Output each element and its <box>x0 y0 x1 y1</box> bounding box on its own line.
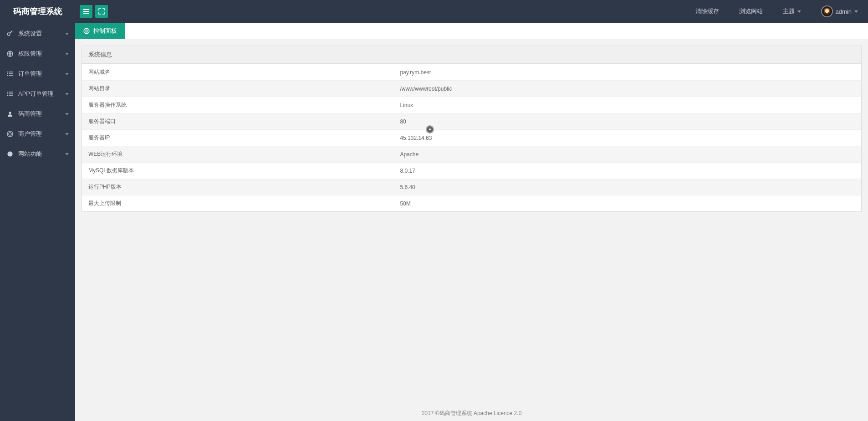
sidebar-item-1[interactable]: 权限管理 <box>0 44 75 64</box>
list-icon <box>6 71 14 77</box>
fullscreen-button[interactable] <box>95 5 108 18</box>
sidebar-item-label: APP订单管理 <box>18 90 54 98</box>
avatar <box>821 5 833 17</box>
app-logo: 码商管理系统 <box>0 0 75 23</box>
table-row: 网站目录/www/wwwroot/public <box>82 81 861 97</box>
chevron-down-icon <box>65 113 69 115</box>
chevron-down-icon <box>65 93 69 95</box>
user-menu[interactable]: admin <box>811 0 868 23</box>
info-label: 服务器IP <box>82 130 393 146</box>
footer-text: 2017 ©码商管理系统 Apache Licence 2.0 <box>422 410 522 416</box>
info-value: pay.rym.best <box>393 64 861 81</box>
info-value: Linux <box>393 97 861 113</box>
table-row: 服务器端口80 <box>82 113 861 130</box>
info-value: 8.0.17 <box>393 163 861 179</box>
sidebar-item-label: 商户管理 <box>18 130 42 138</box>
svg-point-5 <box>7 92 8 92</box>
table-row: 服务器IP45.132.14.63 <box>82 130 861 146</box>
browse-site-label: 浏览网站 <box>739 7 763 15</box>
header-right: 清除缓存 浏览网站 主题 admin <box>685 0 868 23</box>
sidebar-toggle-button[interactable] <box>80 5 92 18</box>
theme-dropdown[interactable]: 主题 <box>773 0 811 23</box>
sidebar-item-label: 权限管理 <box>18 50 42 58</box>
chevron-down-icon <box>65 53 69 55</box>
chevron-down-icon <box>65 73 69 75</box>
footer: 2017 ©码商管理系统 Apache Licence 2.0 <box>75 406 868 421</box>
sidebar-item-6[interactable]: 网站功能 <box>0 144 75 164</box>
chevron-down-icon <box>65 33 69 35</box>
app-title: 码商管理系统 <box>13 6 62 17</box>
clear-cache-label: 清除缓存 <box>695 7 719 15</box>
sidebar-item-4[interactable]: 码商管理 <box>0 104 75 124</box>
panel-title: 系统信息 <box>82 46 861 64</box>
info-label: 网站目录 <box>82 81 393 97</box>
svg-point-4 <box>7 75 8 76</box>
table-row: 运行PHP版本5.6.40 <box>82 179 861 195</box>
user-icon <box>6 111 14 117</box>
info-value: Apache <box>393 146 861 163</box>
info-label: 服务器端口 <box>82 113 393 130</box>
globe-icon <box>83 28 90 34</box>
header: 码商管理系统 清除缓存 浏览网站 主题 admin <box>0 0 868 23</box>
container: 系统设置权限管理订单管理APP订单管理码商管理商户管理网站功能 控制面板 系统信… <box>0 23 868 421</box>
info-value: 45.132.14.63 <box>393 130 861 146</box>
info-value: 50M <box>393 195 861 212</box>
info-label: 网站域名 <box>82 64 393 81</box>
sidebar-item-3[interactable]: APP订单管理 <box>0 84 75 104</box>
svg-point-8 <box>9 112 11 114</box>
sidebar-item-label: 网站功能 <box>18 150 42 158</box>
sidebar: 系统设置权限管理订单管理APP订单管理码商管理商户管理网站功能 <box>0 23 75 421</box>
gear-icon <box>6 151 14 157</box>
chevron-down-icon <box>854 10 858 13</box>
info-value: /www/wwwroot/public <box>393 81 861 97</box>
svg-point-11 <box>10 133 10 134</box>
target-icon <box>6 131 14 137</box>
table-row: 最大上传限制50M <box>82 195 861 212</box>
info-value: 80 <box>393 113 861 130</box>
system-info-tbody: 网站域名pay.rym.best网站目录/www/wwwroot/public服… <box>82 64 861 212</box>
sidebar-item-label: 码商管理 <box>18 110 42 118</box>
info-label: 运行PHP版本 <box>82 179 393 195</box>
table-row: 服务器操作系统Linux <box>82 97 861 113</box>
sidebar-item-5[interactable]: 商户管理 <box>0 124 75 144</box>
tab-bar: 控制面板 <box>75 23 868 39</box>
system-info-panel: 系统信息 网站域名pay.rym.best网站目录/www/wwwroot/pu… <box>82 46 862 212</box>
theme-label: 主题 <box>783 7 795 15</box>
table-row: 网站域名pay.rym.best <box>82 64 861 81</box>
svg-point-7 <box>7 95 8 96</box>
svg-point-3 <box>7 73 8 74</box>
list-icon <box>6 91 14 97</box>
table-row: MySQL数据库版本8.0.17 <box>82 163 861 179</box>
chevron-down-icon <box>65 133 69 135</box>
browse-site-link[interactable]: 浏览网站 <box>729 0 773 23</box>
globe-icon <box>6 51 14 57</box>
tab-label: 控制面板 <box>93 27 117 35</box>
main: 控制面板 系统信息 网站域名pay.rym.best网站目录/www/wwwro… <box>75 23 868 421</box>
sidebar-item-label: 系统设置 <box>18 30 42 38</box>
info-value: 5.6.40 <box>393 179 861 195</box>
username-label: admin <box>836 8 852 15</box>
content-area: 系统信息 网站域名pay.rym.best网站目录/www/wwwroot/pu… <box>75 39 868 406</box>
cursor-indicator <box>426 125 434 133</box>
info-label: 服务器操作系统 <box>82 97 393 113</box>
table-row: WEB运行环境Apache <box>82 146 861 163</box>
chevron-down-icon <box>797 10 801 13</box>
info-label: WEB运行环境 <box>82 146 393 163</box>
sidebar-item-2[interactable]: 订单管理 <box>0 64 75 84</box>
info-label: MySQL数据库版本 <box>82 163 393 179</box>
svg-point-6 <box>7 93 8 94</box>
svg-point-2 <box>7 72 8 72</box>
header-left-tools <box>75 5 108 18</box>
sidebar-item-0[interactable]: 系统设置 <box>0 24 75 44</box>
fullscreen-icon <box>98 8 105 15</box>
clear-cache-link[interactable]: 清除缓存 <box>685 0 729 23</box>
svg-point-0 <box>7 33 10 36</box>
info-label: 最大上传限制 <box>82 195 393 212</box>
sidebar-item-label: 订单管理 <box>18 70 42 78</box>
menu-icon <box>83 8 89 15</box>
key-icon <box>6 31 14 37</box>
chevron-down-icon <box>65 153 69 155</box>
tab-dashboard[interactable]: 控制面板 <box>75 23 125 39</box>
system-info-table: 网站域名pay.rym.best网站目录/www/wwwroot/public服… <box>82 64 861 211</box>
